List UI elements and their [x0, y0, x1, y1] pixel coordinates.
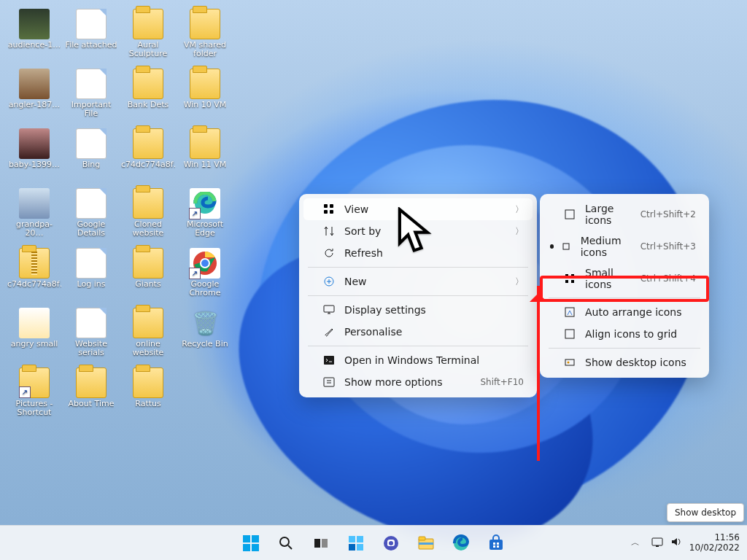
- desktop-icon-website-serials[interactable]: Website serials: [63, 305, 120, 363]
- taskbar-search-button[interactable]: [271, 528, 301, 559]
- auto-icon: [563, 306, 576, 319]
- taskbar-taskview-button[interactable]: [306, 528, 336, 559]
- menu-item-personalise[interactable]: Personalise: [303, 321, 533, 343]
- menu-item-show-more-options[interactable]: Show more optionsShift+F10: [303, 371, 533, 393]
- menu-item-sort-by[interactable]: Sort by〉: [303, 220, 533, 242]
- desktop-icon-grandpa-20-[interactable]: grandpa-20…: [6, 185, 63, 244]
- svg-rect-22: [243, 535, 250, 542]
- taskbar-start-button[interactable]: [236, 528, 266, 559]
- small-icon: [563, 272, 576, 285]
- medium-icon: [560, 240, 571, 253]
- desktop-icon-google-details[interactable]: Google Details: [63, 185, 120, 244]
- menu-item-view[interactable]: View〉: [303, 198, 533, 220]
- svg-rect-41: [497, 542, 499, 545]
- menu-item-auto-arrange-icons[interactable]: Auto arrange icons: [544, 301, 705, 323]
- show-desktop-tooltip: Show desktop: [667, 503, 744, 522]
- desktop-icon-bing[interactable]: Bing: [63, 125, 120, 184]
- desktop-icon-win-11-vm[interactable]: Win 11 VM: [177, 125, 233, 184]
- large-icon: [563, 208, 576, 221]
- desktop-icon-baby-1399-[interactable]: baby-1399…: [6, 125, 63, 184]
- desktop-icon-rattus[interactable]: Rattus: [120, 365, 177, 423]
- desktop-icon-angler-187-[interactable]: angler-187…: [6, 66, 63, 124]
- desktop-icon-log-ins[interactable]: Log ins: [63, 245, 120, 303]
- svg-rect-29: [349, 536, 355, 542]
- svg-rect-17: [571, 280, 574, 283]
- desktop-icon-pictures-shortcut[interactable]: Pictures - Shortcut: [6, 365, 63, 423]
- view-submenu: Large iconsCtrl+Shift+2Medium iconsCtrl+…: [540, 194, 709, 378]
- desktop-icon-c74dc774a8f-[interactable]: c74dc774a8f…: [6, 245, 63, 303]
- svg-rect-15: [571, 274, 574, 277]
- svg-rect-10: [324, 356, 334, 365]
- svg-rect-7: [330, 210, 333, 214]
- svg-rect-32: [357, 544, 363, 551]
- svg-rect-27: [314, 539, 320, 548]
- svg-rect-44: [652, 538, 662, 545]
- menu-item-new[interactable]: New〉: [303, 271, 533, 292]
- menu-item-medium-icons[interactable]: Medium iconsCtrl+Shift+3: [544, 230, 705, 262]
- svg-rect-43: [497, 545, 499, 548]
- svg-rect-31: [349, 544, 355, 551]
- terminal-icon: [322, 354, 336, 367]
- system-tray: ︿ 11:56 10/02/2022: [627, 528, 740, 559]
- taskbar-widgets-button[interactable]: [341, 528, 371, 559]
- svg-point-21: [568, 362, 570, 364]
- desktop-icon-google-chrome[interactable]: Google Chrome: [177, 245, 233, 303]
- taskbar-store-button[interactable]: [481, 528, 511, 559]
- desktop-icon-file-attached[interactable]: File attached: [63, 6, 120, 64]
- desktop-icon-audience-1-[interactable]: audience-1…: [6, 6, 63, 64]
- svg-rect-25: [252, 544, 259, 551]
- menu-item-show-desktop-icons[interactable]: Show desktop icons: [544, 351, 705, 373]
- taskbar: ︿ 11:56 10/02/2022: [0, 525, 747, 560]
- taskbar-edge-button[interactable]: [446, 528, 476, 559]
- menu-item-display-settings[interactable]: Display settings: [303, 299, 533, 321]
- desktop-icon-aural-sculpture[interactable]: Aural Sculpture: [120, 6, 177, 64]
- desktop-icon-about-time[interactable]: About Time: [63, 365, 120, 423]
- display-icon: [322, 303, 336, 316]
- menu-item-large-icons[interactable]: Large iconsCtrl+Shift+2: [544, 198, 705, 230]
- desktop-icon-online-website[interactable]: online website: [120, 305, 177, 363]
- taskbar-explorer-button[interactable]: [411, 528, 441, 559]
- svg-rect-12: [565, 210, 574, 219]
- submenu-chevron-icon: 〉: [515, 225, 524, 238]
- refresh-icon: [322, 246, 336, 260]
- desktop-icon-vm-shared-folder[interactable]: VM shared folder: [177, 6, 233, 64]
- desktop-icon-angry-small[interactable]: angry small: [6, 305, 63, 363]
- menu-item-small-icons[interactable]: Small iconsCtrl+Shift+4: [544, 262, 705, 295]
- menu-separator: [308, 267, 528, 268]
- svg-rect-45: [656, 545, 659, 547]
- show-icon: [563, 356, 576, 369]
- tray-overflow-chevron-icon[interactable]: ︿: [627, 528, 644, 559]
- grid-icon: [322, 203, 336, 216]
- desktop-icon-bank-dets[interactable]: Bank Dets: [120, 66, 177, 124]
- annotation-arrow: [537, 286, 540, 461]
- desktop-icon-c74dc774a8f-[interactable]: c74dc774a8f…: [120, 125, 177, 184]
- desktop-icon-win-10-vm[interactable]: Win 10 VM: [177, 66, 233, 124]
- desktop-icon-important-file[interactable]: Important File: [63, 66, 120, 124]
- network-icon[interactable]: [651, 536, 663, 550]
- menu-separator: [308, 295, 528, 296]
- submenu-chevron-icon: 〉: [515, 203, 524, 216]
- svg-rect-39: [489, 540, 503, 550]
- sort-icon: [322, 225, 336, 238]
- svg-rect-28: [322, 539, 328, 548]
- menu-item-align-icons-to-grid[interactable]: Align icons to grid: [544, 323, 705, 345]
- taskbar-clock[interactable]: 11:56 10/02/2022: [689, 533, 740, 553]
- svg-rect-13: [563, 244, 569, 249]
- desktop-icon-recycle-bin[interactable]: 🗑️Recycle Bin: [177, 305, 233, 363]
- menu-item-open-in-windows-terminal[interactable]: Open in Windows Terminal: [303, 349, 533, 371]
- desktop-icon-microsoft-edge[interactable]: Microsoft Edge: [177, 185, 233, 244]
- svg-rect-40: [493, 542, 495, 545]
- menu-item-refresh[interactable]: Refresh: [303, 242, 533, 264]
- volume-icon[interactable]: [670, 536, 682, 550]
- brush-icon: [322, 325, 336, 338]
- desktop-icon-cloned-website[interactable]: Cloned website: [120, 185, 177, 244]
- svg-rect-16: [565, 280, 568, 283]
- svg-rect-37: [419, 542, 433, 545]
- svg-rect-36: [419, 537, 425, 540]
- desktop-icon-giants[interactable]: Giants: [120, 245, 177, 303]
- svg-rect-30: [357, 536, 363, 542]
- svg-point-34: [389, 541, 393, 545]
- svg-rect-5: [330, 204, 333, 208]
- svg-rect-9: [324, 306, 334, 312]
- taskbar-chat-button[interactable]: [376, 528, 406, 559]
